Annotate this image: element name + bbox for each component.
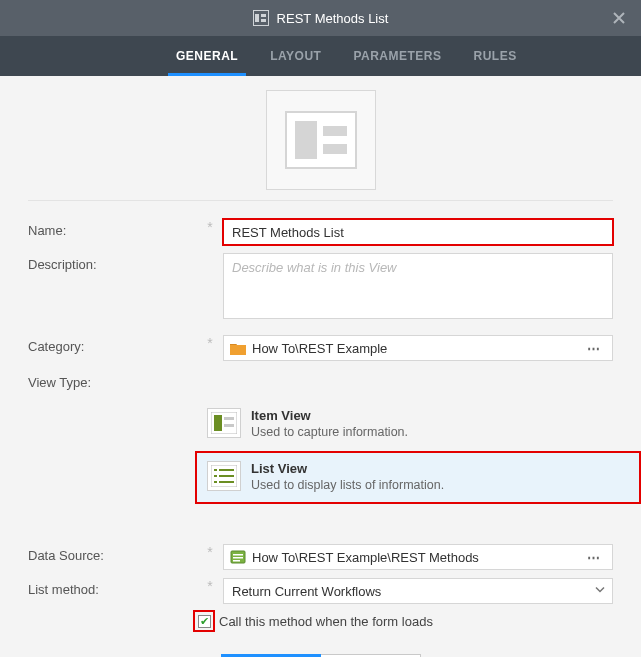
datasource-value: How To\REST Example\REST Methods [252, 550, 578, 565]
category-browse-icon[interactable]: ⋯ [584, 341, 604, 356]
viewtype-options: Item View Used to capture information. L… [195, 398, 641, 504]
required-icon: * [207, 335, 212, 351]
check-icon: ✔ [200, 616, 209, 627]
viewtype-option-item[interactable]: Item View Used to capture information. [195, 398, 641, 451]
description-input[interactable] [223, 253, 613, 319]
viewtype-item-desc: Used to capture information. [251, 425, 408, 439]
category-value: How To\REST Example [252, 341, 578, 356]
viewtype-item-title: Item View [251, 408, 408, 423]
tab-parameters[interactable]: PARAMETERS [337, 36, 457, 76]
modal-header: REST Methods List [0, 0, 641, 36]
svg-rect-3 [224, 424, 234, 427]
name-label: Name: [28, 219, 203, 238]
svg-rect-5 [214, 469, 217, 471]
svg-rect-7 [214, 475, 217, 477]
call-on-load-label: Call this method when the form loads [219, 614, 433, 629]
name-input[interactable] [223, 219, 613, 245]
category-label: Category: [28, 335, 203, 354]
datasource-label: Data Source: [28, 544, 203, 563]
tab-layout[interactable]: LAYOUT [254, 36, 337, 76]
category-lookup[interactable]: How To\REST Example ⋯ [223, 335, 613, 361]
svg-rect-8 [219, 475, 234, 477]
svg-rect-14 [233, 560, 240, 562]
call-on-load-row: ✔ Call this method when the form loads [195, 612, 641, 630]
viewtype-option-list[interactable]: List View Used to display lists of infor… [195, 451, 641, 504]
svg-rect-2 [224, 417, 234, 420]
tab-general[interactable]: GENERAL [160, 36, 254, 76]
svg-rect-9 [214, 481, 217, 483]
listmethod-select[interactable]: Return Current Workflows [223, 578, 613, 604]
required-icon: * [207, 544, 212, 560]
viewtype-list-title: List View [251, 461, 444, 476]
close-icon[interactable] [605, 0, 633, 36]
view-thumbnail [266, 90, 376, 190]
call-on-load-checkbox[interactable]: ✔ [195, 612, 213, 630]
view-thumbnail-row [28, 76, 613, 201]
tab-rules[interactable]: RULES [458, 36, 533, 76]
svg-rect-6 [219, 469, 234, 471]
itemview-icon [207, 408, 241, 438]
svg-rect-13 [233, 557, 243, 559]
chevron-down-icon [594, 584, 606, 599]
datasource-lookup[interactable]: How To\REST Example\REST Methods ⋯ [223, 544, 613, 570]
listmethod-label: List method: [28, 578, 203, 597]
svg-rect-12 [233, 554, 243, 556]
smartobject-icon [230, 549, 246, 565]
form: Name: * Description: Category: * How To\… [0, 201, 641, 390]
listmethod-value: Return Current Workflows [232, 584, 381, 599]
tabs: GENERAL LAYOUT PARAMETERS RULES [0, 36, 641, 76]
viewtype-label: View Type: [28, 371, 203, 390]
required-icon: * [207, 578, 212, 594]
folder-icon [230, 342, 246, 355]
datasource-browse-icon[interactable]: ⋯ [584, 550, 604, 565]
description-label: Description: [28, 253, 203, 272]
required-icon: * [207, 219, 212, 235]
listview-icon [207, 461, 241, 491]
svg-rect-10 [219, 481, 234, 483]
modal-title: REST Methods List [277, 11, 389, 26]
view-icon [253, 10, 269, 26]
viewtype-list-desc: Used to display lists of information. [251, 478, 444, 492]
svg-rect-1 [214, 415, 222, 431]
